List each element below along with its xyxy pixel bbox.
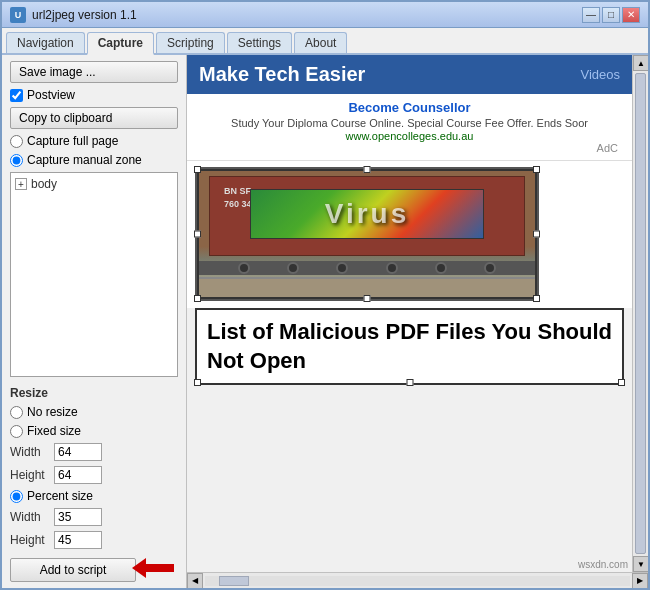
capture-full-label: Capture full page	[27, 134, 118, 148]
image-section: BN SF 760 345 Virus	[187, 161, 632, 308]
watermark: wsxdn.com	[578, 559, 628, 570]
width-percent-label: Width	[10, 510, 48, 524]
height-percent-input[interactable]	[54, 531, 102, 549]
app-window: U url2jpeg version 1.1 — □ ✕ Navigation …	[0, 0, 650, 590]
ad-url: www.opencolleges.edu.au	[197, 130, 622, 142]
wheel-6	[484, 262, 496, 274]
postview-checkbox[interactable]	[10, 89, 23, 102]
wheel-2	[287, 262, 299, 274]
capture-manual-row: Capture manual zone	[10, 153, 178, 167]
postview-row: Postview	[10, 88, 178, 102]
videos-link[interactable]: Videos	[580, 67, 620, 82]
capture-manual-radio[interactable]	[10, 154, 23, 167]
article-handle-br	[618, 379, 625, 386]
capture-manual-label: Capture manual zone	[27, 153, 142, 167]
add-to-script-button[interactable]: Add to script	[10, 558, 136, 582]
handle-ml	[194, 231, 201, 238]
h-scroll-thumb[interactable]	[219, 576, 249, 586]
percent-size-label: Percent size	[27, 489, 93, 503]
percent-size-row: Percent size	[10, 489, 178, 503]
save-image-button[interactable]: Save image ...	[10, 61, 178, 83]
ad-link[interactable]: Become Counsellor	[197, 100, 622, 115]
scroll-down-button[interactable]: ▼	[633, 556, 648, 572]
train-image: BN SF 760 345 Virus	[197, 169, 537, 299]
article-handle-bl	[194, 379, 201, 386]
close-button[interactable]: ✕	[622, 7, 640, 23]
height-percent-label: Height	[10, 533, 48, 547]
arrow-indicator	[133, 558, 174, 578]
train-graffiti: Virus	[250, 189, 484, 239]
wheel-1	[238, 262, 250, 274]
tab-about[interactable]: About	[294, 32, 347, 53]
height-fixed-input[interactable]	[54, 466, 102, 484]
fixed-size-label: Fixed size	[27, 424, 81, 438]
tab-navigation[interactable]: Navigation	[6, 32, 85, 53]
percent-size-radio[interactable]	[10, 490, 23, 503]
tree-expand-icon[interactable]: +	[15, 178, 27, 190]
width-fixed-label: Width	[10, 445, 48, 459]
tab-scripting[interactable]: Scripting	[156, 32, 225, 53]
no-resize-row: No resize	[10, 405, 178, 419]
window-controls: — □ ✕	[582, 7, 640, 23]
web-content: Make Tech Easier Videos Become Counsello…	[187, 55, 632, 572]
scroll-up-button[interactable]: ▲	[633, 55, 648, 71]
app-icon: U	[10, 7, 26, 23]
article-title: List of Malicious PDF Files You Should N…	[207, 318, 612, 375]
element-tree[interactable]: + body	[10, 172, 178, 377]
train-track	[199, 277, 535, 297]
handle-tr	[533, 166, 540, 173]
site-header: Make Tech Easier Videos	[187, 55, 632, 94]
resize-section-label: Resize	[10, 386, 178, 400]
postview-label: Postview	[27, 88, 75, 102]
no-resize-label: No resize	[27, 405, 78, 419]
arrow-body	[146, 564, 174, 572]
window-title: url2jpeg version 1.1	[32, 8, 137, 22]
handle-bl	[194, 295, 201, 302]
no-resize-radio[interactable]	[10, 406, 23, 419]
height-percent-row: Height	[10, 531, 178, 549]
width-percent-row: Width	[10, 508, 178, 526]
right-panel: Make Tech Easier Videos Become Counsello…	[187, 55, 648, 588]
width-fixed-input[interactable]	[54, 443, 102, 461]
site-title: Make Tech Easier	[199, 63, 365, 86]
width-percent-input[interactable]	[54, 508, 102, 526]
copy-clipboard-button[interactable]: Copy to clipboard	[10, 107, 178, 129]
ad-text: Study Your Diploma Course Online. Specia…	[197, 117, 622, 129]
title-bar-left: U url2jpeg version 1.1	[10, 7, 137, 23]
restore-button[interactable]: □	[602, 7, 620, 23]
capture-full-radio[interactable]	[10, 135, 23, 148]
main-content: Save image ... Postview Copy to clipboar…	[2, 55, 648, 588]
scroll-right-button[interactable]: ▶	[632, 573, 648, 589]
article-section: List of Malicious PDF Files You Should N…	[197, 310, 622, 383]
ad-banner: Become Counsellor Study Your Diploma Cou…	[187, 94, 632, 161]
train-car: BN SF 760 345 Virus	[209, 176, 525, 256]
tree-body-label: body	[31, 177, 57, 191]
handle-bc	[364, 295, 371, 302]
fixed-size-radio[interactable]	[10, 425, 23, 438]
height-fixed-row: Height	[10, 466, 178, 484]
ad-label: AdC	[197, 142, 622, 154]
handle-mr	[533, 231, 540, 238]
article-handle-bc	[406, 379, 413, 386]
minimize-button[interactable]: —	[582, 7, 600, 23]
wheel-4	[386, 262, 398, 274]
handle-br	[533, 295, 540, 302]
fixed-size-row: Fixed size	[10, 424, 178, 438]
tab-capture[interactable]: Capture	[87, 32, 154, 55]
tab-settings[interactable]: Settings	[227, 32, 292, 53]
arrow-head	[132, 558, 146, 578]
left-panel: Save image ... Postview Copy to clipboar…	[2, 55, 187, 588]
width-fixed-row: Width	[10, 443, 178, 461]
wheel-3	[336, 262, 348, 274]
train-wheels	[199, 261, 535, 275]
scroll-thumb[interactable]	[635, 73, 646, 554]
horizontal-scrollbar[interactable]: ◀ ▶ wsxdn.com	[187, 572, 648, 588]
vertical-scrollbar[interactable]: ▲ ▼	[632, 55, 648, 572]
title-bar: U url2jpeg version 1.1 — □ ✕	[2, 2, 648, 28]
height-fixed-label: Height	[10, 468, 48, 482]
handle-tc	[364, 166, 371, 173]
tab-bar: Navigation Capture Scripting Settings Ab…	[2, 28, 648, 55]
scroll-left-button[interactable]: ◀	[187, 573, 203, 589]
handle-tl	[194, 166, 201, 173]
wheel-5	[435, 262, 447, 274]
